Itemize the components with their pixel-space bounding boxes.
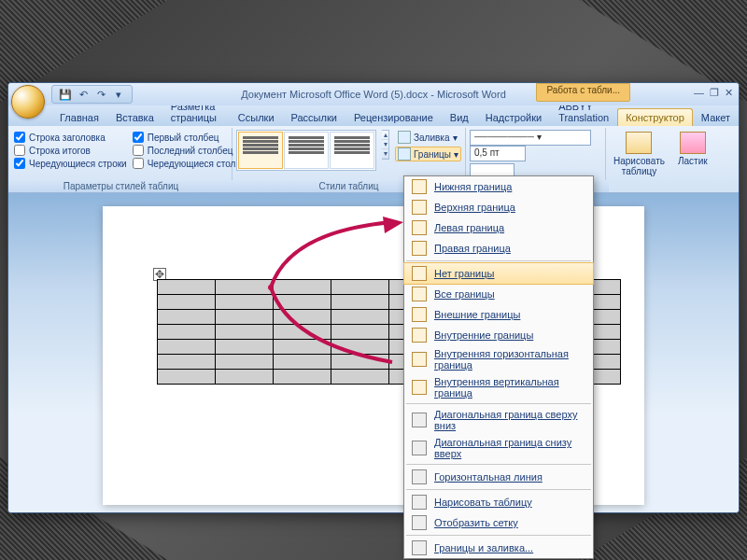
table-cell[interactable] bbox=[274, 295, 331, 310]
table-cell[interactable] bbox=[158, 295, 216, 310]
table-cell[interactable] bbox=[158, 310, 216, 325]
table-cell[interactable] bbox=[331, 325, 389, 340]
contextual-tab-title: Работа с табли... bbox=[536, 83, 630, 102]
dropdown-item[interactable]: Внутренняя вертикальная граница bbox=[404, 373, 593, 401]
border-type-icon bbox=[412, 241, 427, 256]
word-window: 💾 ↶ ↷ ▾ Документ Microsoft Office Word (… bbox=[7, 82, 740, 513]
separator bbox=[406, 489, 591, 490]
dropdown-item[interactable]: Нарисовать таблицу bbox=[404, 492, 593, 512]
table-cell[interactable] bbox=[216, 325, 274, 340]
undo-icon[interactable]: ↶ bbox=[76, 87, 91, 102]
table-cell[interactable] bbox=[331, 310, 389, 325]
table-cell[interactable] bbox=[274, 340, 331, 355]
border-type-icon bbox=[412, 352, 427, 367]
chk-label: Чередующиеся строки bbox=[29, 159, 127, 169]
border-type-icon bbox=[412, 540, 427, 555]
save-icon[interactable]: 💾 bbox=[58, 87, 73, 102]
table-cell[interactable] bbox=[274, 280, 331, 295]
table-cell[interactable] bbox=[158, 370, 216, 385]
separator bbox=[406, 260, 591, 261]
dropdown-item[interactable]: Все границы bbox=[404, 284, 593, 304]
tab-layout[interactable]: Макет bbox=[693, 108, 739, 126]
dropdown-item[interactable]: Внешние границы bbox=[404, 304, 593, 325]
gallery-scroll[interactable]: ▴▾▾ bbox=[382, 130, 389, 160]
table-cell[interactable] bbox=[274, 370, 331, 385]
eraser-button[interactable]: Ластик bbox=[674, 130, 712, 168]
tab-mailings[interactable]: Рассылки bbox=[283, 108, 345, 126]
dropdown-label: Правая граница bbox=[434, 243, 511, 254]
tab-review[interactable]: Рецензирование bbox=[345, 108, 442, 126]
table-cell[interactable] bbox=[158, 280, 216, 295]
dropdown-item[interactable]: Внутренняя горизонтальная граница bbox=[404, 345, 593, 373]
tab-view[interactable]: Вид bbox=[442, 108, 477, 126]
draw-table-button[interactable]: Нарисовать таблицу bbox=[610, 130, 669, 178]
tab-home[interactable]: Главная bbox=[51, 108, 107, 126]
table-cell[interactable] bbox=[158, 325, 216, 340]
table-cell[interactable] bbox=[331, 280, 389, 295]
table-cell[interactable] bbox=[274, 355, 331, 370]
table-cell[interactable] bbox=[158, 355, 216, 370]
qat-more-icon[interactable]: ▾ bbox=[111, 87, 126, 102]
dropdown-label: Горизонтальная линия bbox=[434, 471, 543, 483]
close-button[interactable]: ✕ bbox=[725, 87, 733, 99]
style-thumb[interactable] bbox=[330, 132, 374, 169]
dropdown-item[interactable]: Верхняя граница bbox=[404, 197, 593, 217]
pen-weight-select[interactable]: 0,5 пт bbox=[470, 146, 526, 161]
bucket-icon bbox=[398, 131, 411, 144]
shading-button[interactable]: Заливка ▾ bbox=[395, 130, 461, 145]
tab-references[interactable]: Ссылки bbox=[230, 108, 283, 126]
table-cell[interactable] bbox=[331, 370, 389, 385]
table-cell[interactable] bbox=[331, 340, 389, 355]
maximize-button[interactable]: ❐ bbox=[710, 87, 719, 99]
table-cell[interactable] bbox=[158, 340, 216, 355]
chk-total-row[interactable]: Строка итогов bbox=[14, 145, 127, 156]
dropdown-item[interactable]: Левая граница bbox=[404, 217, 593, 238]
dropdown-item[interactable]: Отобразить сетку bbox=[404, 512, 593, 533]
redo-icon[interactable]: ↷ bbox=[93, 87, 108, 102]
dropdown-item[interactable]: Диагональная граница снизу вверх bbox=[404, 434, 593, 462]
table-cell[interactable] bbox=[216, 370, 274, 385]
group-label: Параметры стилей таблиц bbox=[7, 180, 235, 192]
table-cell[interactable] bbox=[331, 355, 389, 370]
style-thumb[interactable] bbox=[238, 132, 283, 169]
pencil-table-icon bbox=[626, 132, 652, 154]
chk-banded-rows[interactable]: Чередующиеся строки bbox=[14, 158, 127, 169]
dropdown-item[interactable]: Нет границы bbox=[404, 263, 593, 284]
dropdown-item[interactable]: Внутренние границы bbox=[404, 325, 593, 345]
table-cell[interactable] bbox=[274, 310, 331, 325]
dropdown-item[interactable]: Правая граница bbox=[404, 238, 593, 259]
dropdown-item[interactable]: Нижняя граница bbox=[404, 176, 593, 197]
tab-insert[interactable]: Вставка bbox=[107, 108, 162, 126]
document-area[interactable]: ✥ bbox=[8, 193, 739, 512]
dropdown-label: Отобразить сетку bbox=[434, 517, 518, 528]
border-type-icon bbox=[412, 413, 427, 427]
table-cell[interactable] bbox=[274, 325, 331, 340]
table-cell[interactable] bbox=[331, 295, 389, 310]
dropdown-label: Диагональная граница сверху вниз bbox=[434, 409, 585, 431]
group-draw: Нарисовать таблицу Ластик bbox=[606, 128, 699, 192]
table-cell[interactable] bbox=[216, 295, 274, 310]
label: Границы bbox=[414, 149, 451, 160]
table-cell[interactable] bbox=[216, 310, 274, 325]
pen-style-select[interactable]: ───────── ▾ bbox=[470, 130, 591, 146]
chk-label: Строка заголовка bbox=[29, 133, 106, 143]
chk-header-row[interactable]: Строка заголовка bbox=[14, 132, 127, 143]
eraser-icon bbox=[680, 132, 706, 154]
dropdown-item[interactable]: Границы и заливка... bbox=[404, 538, 593, 558]
styles-gallery[interactable] bbox=[236, 130, 376, 171]
borders-button[interactable]: Границы ▾ bbox=[395, 147, 461, 161]
border-type-icon bbox=[412, 220, 427, 235]
border-type-icon bbox=[412, 328, 427, 343]
dropdown-item[interactable]: Горизонтальная линия bbox=[404, 467, 593, 487]
office-button[interactable] bbox=[11, 85, 45, 119]
title-bar[interactable]: 💾 ↶ ↷ ▾ Документ Microsoft Office Word (… bbox=[8, 83, 739, 105]
tab-addins[interactable]: Надстройки bbox=[477, 108, 550, 126]
minimize-button[interactable]: — bbox=[694, 87, 704, 99]
dropdown-item[interactable]: Диагональная граница сверху вниз bbox=[404, 406, 593, 434]
table-cell[interactable] bbox=[216, 280, 274, 295]
separator bbox=[406, 535, 591, 536]
style-thumb[interactable] bbox=[284, 132, 329, 169]
table-cell[interactable] bbox=[216, 355, 274, 370]
table-cell[interactable] bbox=[216, 340, 274, 355]
tab-design[interactable]: Конструктор bbox=[617, 108, 693, 126]
